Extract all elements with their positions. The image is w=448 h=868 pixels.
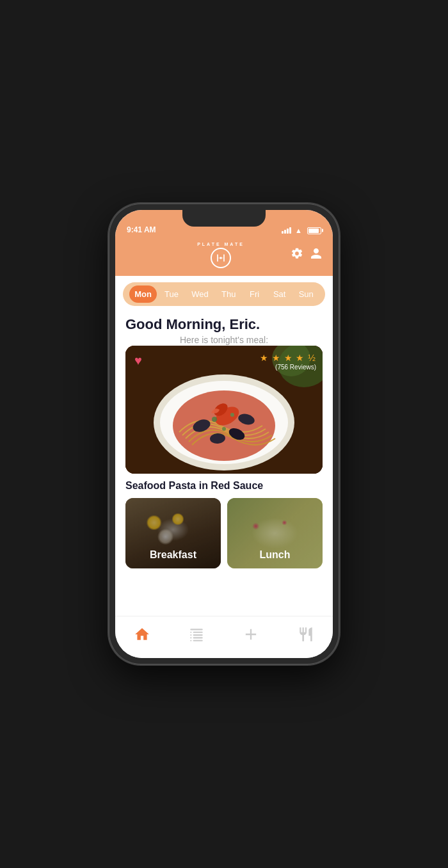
- meal-stars: ★ ★ ★ ★ ½: [260, 353, 316, 363]
- svg-point-16: [230, 413, 234, 417]
- day-tue[interactable]: Tue: [159, 285, 184, 303]
- phone-frame: 9:41 AM ▲ Plate Mate: [109, 204, 339, 664]
- greeting-title: Good Morning, Eric.: [125, 316, 260, 332]
- breakfast-label: Breakfast: [125, 542, 221, 568]
- logo-text: Plate Mate: [197, 242, 244, 246]
- status-icons: ▲: [282, 227, 321, 234]
- app-header: Plate Mate: [115, 238, 333, 276]
- svg-rect-22: [193, 631, 202, 632]
- day-fri[interactable]: Fri: [244, 285, 266, 303]
- list-icon: [188, 626, 205, 647]
- settings-icon[interactable]: [291, 247, 303, 263]
- nav-recipes[interactable]: [290, 623, 322, 649]
- svg-rect-21: [190, 631, 191, 632]
- add-icon: [242, 625, 260, 647]
- svg-rect-25: [190, 637, 191, 638]
- main-content: Good Morning, Eric. Here is tonight's me…: [115, 312, 333, 616]
- meal-favorite-icon[interactable]: ♥: [134, 353, 142, 368]
- svg-rect-2: [223, 254, 225, 262]
- svg-rect-24: [193, 634, 202, 636]
- greeting-subtitle: Here is tonight's meal:: [180, 335, 268, 345]
- meal-card[interactable]: ♥ ★ ★ ★ ★ ½ (756 Reviews): [125, 346, 323, 474]
- lunch-card[interactable]: Lunch: [227, 498, 323, 568]
- meal-rating: ★ ★ ★ ★ ½ (756 Reviews): [260, 352, 316, 371]
- logo-icon: [211, 248, 231, 268]
- status-time: 9:41 AM: [127, 225, 156, 234]
- day-thu[interactable]: Thu: [216, 285, 241, 303]
- days-navigation: Mon Tue Wed Thu Fri Sat Sun: [123, 282, 325, 306]
- battery-icon: [307, 227, 321, 234]
- svg-rect-1: [217, 254, 218, 262]
- wifi-icon: ▲: [295, 227, 302, 234]
- nav-home[interactable]: [126, 623, 158, 649]
- svg-point-15: [212, 417, 217, 422]
- breakfast-card[interactable]: Breakfast: [125, 498, 221, 568]
- fork-knife-icon: [298, 626, 314, 647]
- svg-point-17: [222, 427, 226, 431]
- nav-list[interactable]: [180, 623, 212, 649]
- phone-screen: 9:41 AM ▲ Plate Mate: [115, 210, 333, 658]
- header-actions: [291, 247, 323, 263]
- meal-review-count: (756 Reviews): [260, 364, 316, 371]
- day-mon[interactable]: Mon: [129, 285, 157, 303]
- svg-rect-26: [193, 637, 202, 638]
- nav-add[interactable]: [234, 623, 268, 649]
- app-logo: Plate Mate: [151, 242, 291, 268]
- day-wed[interactable]: Wed: [186, 285, 214, 303]
- day-sun[interactable]: Sun: [294, 285, 319, 303]
- svg-point-3: [218, 257, 223, 259]
- svg-rect-23: [190, 634, 191, 636]
- bottom-navigation: [115, 616, 333, 658]
- svg-rect-28: [193, 639, 202, 641]
- lunch-label: Lunch: [227, 542, 323, 568]
- home-icon: [134, 626, 150, 647]
- profile-icon[interactable]: [310, 247, 323, 263]
- category-cards: Breakfast Lunch: [125, 498, 323, 568]
- signal-icon: [282, 227, 291, 234]
- svg-rect-20: [190, 629, 203, 630]
- meal-name: Seafood Pasta in Red Sauce: [125, 480, 323, 492]
- notch: [182, 210, 266, 227]
- day-sat[interactable]: Sat: [268, 285, 291, 303]
- svg-rect-27: [190, 639, 191, 641]
